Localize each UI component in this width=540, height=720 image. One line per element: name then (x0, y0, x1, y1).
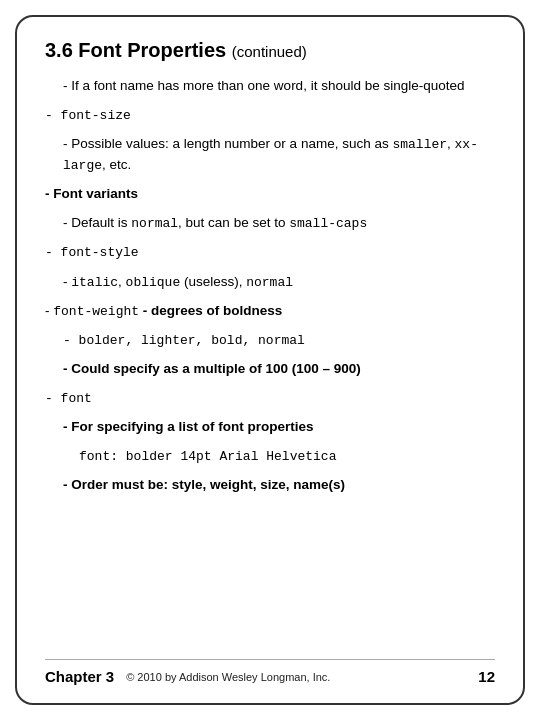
content-item: - Default is normal, but can be set to s… (63, 213, 495, 234)
footer-left: Chapter 3 © 2010 by Addison Wesley Longm… (45, 668, 330, 685)
content-item: - font-style (45, 242, 495, 263)
slide-content: - If a font name has more than one word,… (45, 76, 495, 653)
title-continued: (continued) (232, 43, 307, 60)
content-item: font: bolder 14pt Arial Helvetica (79, 446, 495, 467)
content-item: - Font variants (45, 184, 495, 205)
content-item: - italic, oblique (useless), normal (63, 272, 495, 293)
content-item: - Order must be: style, weight, size, na… (63, 475, 495, 496)
content-item: - font (45, 388, 495, 409)
content-item: - If a font name has more than one word,… (63, 76, 495, 97)
content-item: - Could specify as a multiple of 100 (10… (63, 359, 495, 380)
page-number: 12 (478, 668, 495, 685)
content-item: - Possible values: a length number or a … (63, 134, 495, 176)
title-text: 3.6 Font Properties (45, 39, 226, 61)
slide-container: 3.6 Font Properties (continued) - If a f… (15, 15, 525, 705)
slide-footer: Chapter 3 © 2010 by Addison Wesley Longm… (45, 659, 495, 685)
content-item: - bolder, lighter, bold, normal (63, 330, 495, 351)
slide-title: 3.6 Font Properties (continued) (45, 39, 495, 62)
chapter-label: Chapter 3 (45, 668, 114, 685)
copyright-text: © 2010 by Addison Wesley Longman, Inc. (126, 671, 330, 683)
content-item: - font-weight - degrees of boldness (45, 301, 495, 322)
content-item: - font-size (45, 105, 495, 126)
content-item: - For specifying a list of font properti… (63, 417, 495, 438)
